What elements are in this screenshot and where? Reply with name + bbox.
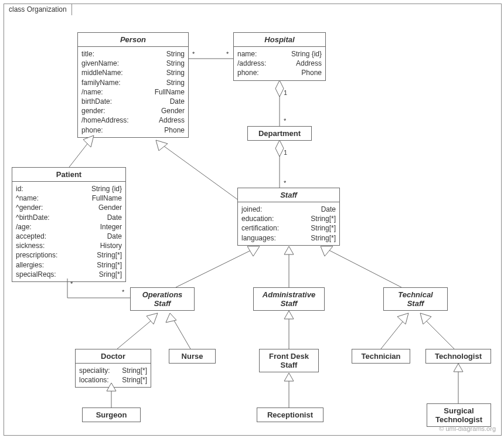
attribute-type: String[*] bbox=[97, 250, 122, 260]
attribute-type: String[*] bbox=[122, 366, 147, 375]
attribute-type: Date bbox=[321, 205, 336, 214]
attribute-type: Address bbox=[296, 59, 322, 68]
class-department-name: Department bbox=[248, 127, 311, 140]
attribute-row: allergies:String[*] bbox=[16, 260, 122, 270]
attribute-row: givenName:String bbox=[81, 59, 185, 68]
class-technical-staff-name: Technical Staff bbox=[384, 288, 447, 310]
class-nurse: Nurse bbox=[169, 349, 216, 364]
attribute-name: certification: bbox=[241, 223, 279, 233]
attribute-name: gender: bbox=[81, 106, 105, 116]
class-technical-staff: Technical Staff bbox=[383, 287, 448, 311]
attribute-name: givenName: bbox=[81, 59, 119, 68]
attribute-type: Date bbox=[107, 232, 122, 241]
attribute-row: languages:String[*] bbox=[241, 233, 336, 243]
class-administrative-staff: Administrative Staff bbox=[253, 287, 325, 311]
attribute-type: String bbox=[166, 68, 185, 77]
diagram-canvas: class Organization Person title:Stringgi… bbox=[0, 0, 504, 438]
attribute-type: Phone bbox=[164, 125, 185, 135]
attribute-row: phone:Phone bbox=[237, 68, 322, 77]
attribute-type: Sring[*] bbox=[99, 270, 122, 279]
class-surgeon: Surgeon bbox=[82, 408, 141, 422]
class-nurse-name: Nurse bbox=[169, 349, 215, 363]
class-technologist-name: Technologist bbox=[426, 349, 491, 363]
attribute-type: Date bbox=[107, 213, 122, 222]
class-patient-attrs: id:String {id}^name:FullName^gender:Gend… bbox=[12, 182, 125, 281]
attribute-name: phone: bbox=[81, 125, 103, 135]
attribute-row: id:String {id} bbox=[16, 184, 122, 193]
attribute-row: specialReqs:Sring[*] bbox=[16, 270, 122, 279]
attribute-name: /address: bbox=[237, 59, 266, 68]
attribute-name: accepted: bbox=[16, 232, 46, 241]
attribute-type: Date bbox=[170, 97, 185, 106]
class-receptionist: Receptionist bbox=[257, 408, 323, 422]
attribute-name: id: bbox=[16, 184, 23, 193]
attribute-row: prescriptions:String[*] bbox=[16, 250, 122, 260]
copyright-text: © uml-diagrams.org bbox=[439, 425, 496, 432]
frame-title-text: class Organization bbox=[9, 5, 67, 13]
class-receptionist-name: Receptionist bbox=[257, 408, 323, 422]
class-technician: Technician bbox=[352, 349, 410, 364]
attribute-name: ^name: bbox=[16, 193, 39, 203]
attribute-row: gender:Gender bbox=[81, 106, 185, 116]
attribute-name: speciality: bbox=[79, 366, 110, 375]
class-doctor-name: Doctor bbox=[76, 349, 151, 364]
attribute-name: prescriptions: bbox=[16, 250, 57, 260]
class-hospital-name: Hospital bbox=[234, 33, 325, 47]
attribute-row: joined:Date bbox=[241, 205, 336, 214]
attribute-type: Phone bbox=[301, 68, 322, 77]
attribute-row: ^birthDate:Date bbox=[16, 213, 122, 222]
attribute-type: Address bbox=[159, 116, 185, 125]
attribute-row: middleName:String bbox=[81, 68, 185, 77]
class-patient-name: Patient bbox=[12, 168, 125, 182]
attribute-name: ^gender: bbox=[16, 203, 43, 212]
attribute-type: String {id} bbox=[291, 49, 322, 59]
attribute-row: phone:Phone bbox=[81, 125, 185, 135]
class-doctor-attrs: speciality:String[*]locations:String[*] bbox=[76, 364, 151, 387]
class-staff-attrs: joined:Dateeducation:String[*]certificat… bbox=[238, 202, 339, 245]
attribute-name: name: bbox=[237, 49, 257, 59]
attribute-row: sickness:History bbox=[16, 241, 122, 250]
attribute-type: String[*] bbox=[122, 375, 147, 385]
attribute-row: education:String[*] bbox=[241, 214, 336, 223]
attribute-type: String[*] bbox=[311, 214, 336, 223]
attribute-name: specialReqs: bbox=[16, 270, 56, 279]
attribute-name: education: bbox=[241, 214, 274, 223]
attribute-name: familyName: bbox=[81, 78, 121, 87]
attribute-row: ^gender:Gender bbox=[16, 203, 122, 212]
attribute-name: birthDate: bbox=[81, 97, 112, 106]
attribute-type: String[*] bbox=[311, 223, 336, 233]
class-person-name: Person bbox=[78, 33, 188, 47]
attribute-name: middleName: bbox=[81, 68, 123, 77]
class-person: Person title:StringgivenName:Stringmiddl… bbox=[77, 32, 189, 138]
attribute-row: /address:Address bbox=[237, 59, 322, 68]
class-technician-name: Technician bbox=[352, 349, 410, 363]
class-surgical-technologist-name: Surgical Technologist bbox=[427, 404, 491, 426]
attribute-row: birthDate:Date bbox=[81, 97, 185, 106]
attribute-type: String[*] bbox=[97, 260, 122, 270]
attribute-row: name:String {id} bbox=[237, 49, 322, 59]
class-surgical-technologist: Surgical Technologist bbox=[427, 403, 491, 427]
attribute-type: FullName bbox=[92, 193, 122, 203]
class-staff: Staff joined:Dateeducation:String[*]cert… bbox=[237, 188, 340, 246]
attribute-type: Gender bbox=[161, 106, 185, 116]
attribute-type: String bbox=[166, 49, 185, 59]
attribute-name: locations: bbox=[79, 375, 109, 385]
attribute-type: History bbox=[100, 241, 122, 250]
attribute-type: String {id} bbox=[91, 184, 122, 193]
attribute-row: /name:FullName bbox=[81, 87, 185, 97]
class-staff-name: Staff bbox=[238, 188, 339, 202]
attribute-name: joined: bbox=[241, 205, 262, 214]
frame-title-tab: class Organization bbox=[4, 4, 72, 15]
class-hospital-attrs: name:String {id}/address:Addressphone:Ph… bbox=[234, 47, 325, 80]
attribute-type: FullName bbox=[155, 87, 185, 97]
class-front-desk-staff: Front Desk Staff bbox=[259, 349, 319, 372]
class-operations-staff-name: Operations Staff bbox=[131, 288, 194, 310]
attribute-row: ^name:FullName bbox=[16, 193, 122, 203]
attribute-type: String bbox=[166, 59, 185, 68]
attribute-name: /name: bbox=[81, 87, 103, 97]
attribute-type: String[*] bbox=[311, 233, 336, 243]
attribute-row: locations:String[*] bbox=[79, 375, 147, 385]
attribute-row: accepted:Date bbox=[16, 232, 122, 241]
class-surgeon-name: Surgeon bbox=[83, 408, 140, 422]
attribute-name: languages: bbox=[241, 233, 276, 243]
